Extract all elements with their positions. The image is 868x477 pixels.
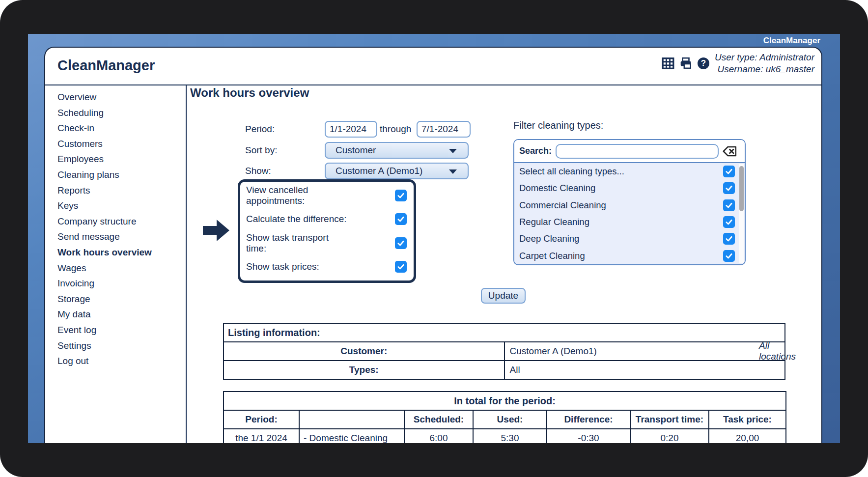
sidebar-item-label: Event log — [57, 325, 96, 335]
user-type-label: User type: Administrator — [715, 52, 814, 63]
totals-header-cell: Period: — [224, 410, 299, 429]
sidebar-nav: Overview Scheduling Check-in Customers E… — [45, 85, 186, 443]
app-header: CleanManager — [45, 48, 821, 84]
totals-header-cell — [299, 410, 404, 429]
sidebar-item[interactable]: Company structure — [57, 214, 186, 229]
question-mark-glyph: ? — [698, 57, 709, 69]
option-checkbox[interactable] — [395, 237, 407, 249]
sidebar-item-label: Customers — [57, 139, 103, 149]
cleaning-type-row[interactable]: Regular Cleaning — [514, 214, 745, 230]
cleaning-type-row[interactable]: Deep Cleaning — [514, 230, 745, 247]
table-view-icon[interactable] — [662, 57, 674, 70]
option-label: View cancelled appointments: — [246, 185, 347, 206]
sidebar-item[interactable]: Cleaning plans — [57, 167, 186, 183]
show-label: Show: — [245, 163, 271, 179]
cell-transport: 0:20 — [630, 429, 709, 443]
sidebar-item[interactable]: Customers — [57, 136, 186, 152]
sidebar-item[interactable]: Keys — [57, 198, 186, 214]
sidebar-item-label: Employees — [57, 154, 104, 164]
sidebar-item[interactable]: Storage — [57, 291, 186, 307]
cell-difference: -0:30 — [547, 429, 630, 443]
cleaning-type-row[interactable]: Carpet Cleaning — [514, 247, 745, 264]
totals-title: In total for the period: — [224, 392, 786, 410]
option-checkbox[interactable] — [395, 190, 407, 201]
cleaning-type-checkbox[interactable] — [723, 233, 735, 245]
update-button[interactable]: Update — [481, 288, 526, 304]
totals-body: the 1/1 2024 - Domestic Cleaning 6:00 5:… — [224, 429, 786, 443]
sidebar-item-label: Cleaning plans — [57, 169, 119, 180]
listing-types-row: Types: All — [224, 361, 785, 379]
cleaning-type-row[interactable]: Domestic Cleaning — [514, 180, 745, 196]
cleaning-type-checkbox[interactable] — [723, 216, 735, 228]
totals-header-cell: Task price: — [709, 410, 786, 429]
cleaning-type-label: Commercial Cleaning — [519, 200, 606, 211]
print-icon[interactable] — [679, 57, 692, 70]
sidebar-item[interactable]: Employees — [57, 151, 186, 167]
customer-label: Customer: — [224, 342, 504, 361]
totals-caption-row: In total for the period: — [224, 392, 786, 410]
scrollbar-thumb[interactable] — [739, 166, 744, 211]
sidebar-item-label: Check-in — [57, 123, 94, 133]
option-label: Show task transport time: — [246, 232, 347, 254]
cell-price: 20,00 — [709, 429, 786, 443]
option-checkbox[interactable] — [395, 213, 407, 225]
device-frame: CleanManager CleanManager — [0, 0, 868, 477]
browser-viewport: CleanManager CleanManager — [28, 34, 840, 443]
cell-used: 5:30 — [473, 429, 547, 443]
sort-by-select[interactable]: Customer — [325, 142, 469, 159]
cleaning-type-label: Deep Cleaning — [519, 233, 579, 244]
cleaning-type-label: Carpet Cleaning — [519, 251, 585, 261]
listing-info-table: Listing information: Customer: Customer … — [223, 323, 785, 380]
sidebar-item[interactable]: Scheduling — [57, 105, 186, 121]
sort-by-label: Sort by: — [245, 142, 277, 159]
through-label: through — [380, 121, 411, 138]
page-title: Work hours overview — [190, 86, 309, 100]
cleaning-type-checkbox[interactable] — [723, 250, 735, 262]
cleaning-type-row[interactable]: Select all cleaning types... — [514, 163, 745, 180]
option-checkbox[interactable] — [395, 261, 407, 273]
cleaning-type-checkbox[interactable] — [723, 182, 735, 194]
totals-header-row: Period:Scheduled:Used:Difference:Transpo… — [224, 410, 786, 429]
all-locations-note: All locations — [759, 340, 796, 362]
types-value: All — [504, 361, 785, 379]
scrollbar-track[interactable] — [739, 164, 744, 263]
cleaning-type-rows: Select all cleaning types... Domestic Cl… — [514, 163, 745, 264]
sidebar-item[interactable]: Wages — [57, 260, 186, 276]
sidebar-item-label: Work hours overview — [57, 247, 152, 257]
types-label: Types: — [224, 361, 504, 379]
search-label: Search: — [519, 146, 552, 156]
period-to-input[interactable] — [417, 121, 471, 138]
window-title: CleanManager — [763, 34, 820, 47]
chevron-down-icon — [449, 169, 457, 174]
sidebar-item[interactable]: Work hours overview — [57, 245, 186, 260]
sidebar-item[interactable]: Reports — [57, 183, 186, 198]
sidebar-item[interactable]: Check-in — [57, 120, 186, 136]
sidebar-item[interactable]: Send message — [57, 229, 186, 245]
cleaning-type-row[interactable]: Commercial Cleaning — [514, 197, 745, 214]
arrow-shaft — [203, 226, 217, 235]
show-select[interactable]: Customer A (Demo1) — [325, 163, 469, 179]
cleaning-type-checkbox[interactable] — [723, 166, 735, 177]
app-panel: CleanManager — [44, 47, 822, 443]
sidebar-item[interactable]: Log out — [57, 353, 186, 369]
sidebar-item[interactable]: Settings — [57, 338, 186, 354]
arrow-head — [217, 220, 229, 241]
customer-value: Customer A (Demo1) — [510, 346, 597, 356]
sidebar-item[interactable]: My data — [57, 307, 186, 322]
cleaning-type-checkbox[interactable] — [723, 199, 735, 211]
help-icon[interactable]: ? — [697, 57, 710, 70]
sidebar-item[interactable]: Overview — [57, 89, 186, 105]
sidebar-item-label: My data — [57, 309, 91, 319]
clear-search-icon[interactable] — [722, 145, 737, 158]
sidebar-item[interactable]: Invoicing — [57, 276, 186, 291]
sidebar-item[interactable]: Event log — [57, 322, 186, 338]
sidebar-item-label: Log out — [57, 356, 88, 366]
show-value: Customer A (Demo1) — [336, 166, 422, 176]
option-label: Calculate the difference: — [246, 214, 347, 224]
sidebar-list: Overview Scheduling Check-in Customers E… — [45, 85, 186, 369]
period-from-input[interactable] — [325, 121, 377, 138]
table-row: the 1/1 2024 - Domestic Cleaning 6:00 5:… — [224, 429, 786, 443]
cleaning-type-label: Domestic Cleaning — [519, 183, 595, 194]
search-input[interactable] — [556, 144, 719, 159]
search-row: Search: — [514, 140, 745, 162]
